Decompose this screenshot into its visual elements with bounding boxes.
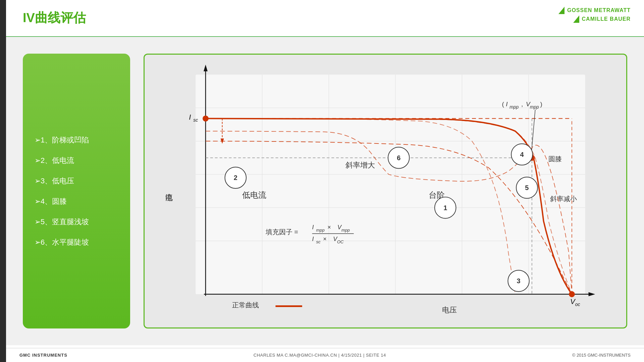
svg-text:oc: oc (575, 302, 580, 307)
panel-item-3: ➢3、低电压 (35, 175, 118, 186)
logo-row-2: CAMILLE BAUER (573, 15, 631, 23)
svg-text:4: 4 (520, 151, 524, 158)
svg-text:I: I (312, 224, 314, 231)
svg-text:6: 6 (397, 154, 400, 162)
panel-item-1: ➢1、阶梯或凹陷 (35, 134, 118, 145)
logo-camille: CAMILLE BAUER (582, 16, 631, 22)
iv-curve-chart: I sc V oc 电流 电压 ( I mpp , V mpp ) (145, 55, 626, 327)
left-accent-bar (0, 0, 6, 362)
svg-text:): ) (540, 101, 542, 108)
svg-text:mpp: mpp (316, 228, 325, 233)
svg-text:×: × (327, 224, 331, 231)
footer-company: GMC INSTRUMENTS (19, 353, 67, 358)
svg-text:斜率增大: 斜率增大 (345, 161, 375, 170)
svg-text:sc: sc (316, 239, 321, 244)
gossen-triangle-icon (558, 7, 565, 14)
svg-text:(: ( (502, 101, 504, 108)
svg-text:,: , (521, 101, 523, 108)
svg-text:sc: sc (193, 117, 198, 123)
footer: GMC INSTRUMENTS CHARLES MA C.MA@GMCI-CHI… (6, 348, 644, 362)
svg-text:电压: 电压 (442, 306, 457, 314)
page-title: IV曲线评估 (23, 9, 86, 26)
svg-text:填充因子 =: 填充因子 = (265, 228, 298, 236)
svg-text:×: × (323, 236, 326, 242)
svg-text:3: 3 (517, 277, 521, 285)
svg-text:圆膝: 圆膝 (548, 155, 562, 163)
svg-text:2: 2 (234, 174, 237, 181)
footer-center-info: CHARLES MA C.MA@GMCI-CHINA.CN | 4/15/202… (254, 353, 386, 358)
svg-text:斜率减小: 斜率减小 (550, 195, 577, 202)
svg-text:5: 5 (525, 184, 529, 191)
chart-container: I sc V oc 电流 电压 ( I mpp , V mpp ) (144, 54, 627, 328)
svg-text:mpp: mpp (341, 228, 350, 233)
main-content: ➢1、阶梯或凹陷 ➢2、低电流 ➢3、低电压 ➢4、圆膝 ➢5、竖直腿浅坡 ➢6… (6, 37, 644, 345)
svg-text:I: I (506, 101, 508, 108)
left-panel: ➢1、阶梯或凹陷 ➢2、低电流 ➢3、低电压 ➢4、圆膝 ➢5、竖直腿浅坡 ➢6… (23, 54, 130, 328)
svg-point-40 (203, 116, 209, 122)
panel-item-2: ➢2、低电流 (35, 155, 118, 166)
panel-item-4: ➢4、圆膝 (35, 196, 118, 207)
svg-text:I: I (312, 236, 314, 242)
svg-text:正常曲线: 正常曲线 (232, 301, 259, 309)
svg-text:低电流: 低电流 (242, 190, 266, 199)
svg-text:1: 1 (443, 204, 447, 212)
logo-row-1: GOSSEN METRAWATT (558, 7, 631, 14)
panel-item-5: ➢5、竖直腿浅坡 (35, 216, 118, 227)
svg-point-41 (569, 291, 575, 297)
camille-triangle-icon (573, 15, 579, 23)
header: IV曲线评估 GOSSEN METRAWATT CAMILLE BAUER (6, 0, 644, 37)
svg-text:mpp: mpp (509, 104, 519, 110)
footer-copyright: © 2015 GMC-INSTRUMENTS (572, 353, 631, 358)
svg-text:OC: OC (337, 239, 344, 244)
panel-item-6: ➢6、水平腿陡坡 (35, 237, 118, 248)
logo-gossen: GOSSEN METRAWATT (567, 7, 631, 13)
svg-text:mpp: mpp (530, 104, 539, 110)
svg-text:I: I (189, 113, 191, 121)
logo-area: GOSSEN METRAWATT CAMILLE BAUER (558, 7, 631, 23)
